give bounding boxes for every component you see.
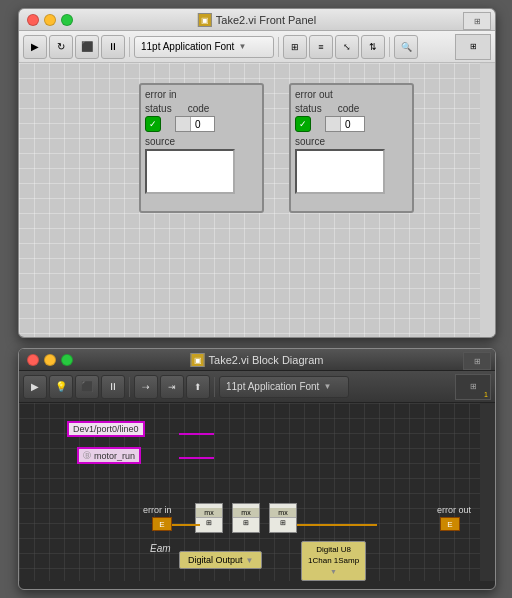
find-button[interactable]: 🔍 [394, 35, 418, 59]
error-out-code-ctrl: 0 [325, 116, 365, 132]
error-out-controls-row: ✓ 0 [295, 116, 408, 132]
toolbar-separator-3 [389, 37, 390, 57]
fp-content: error in status code ✓ 0 source error ou… [19, 63, 495, 338]
bd-highlight-button[interactable]: 💡 [49, 375, 73, 399]
wire-bool-h [179, 457, 214, 459]
error-in-code-ctrl[interactable]: 0 [175, 116, 215, 132]
bool-control-node[interactable]: Ⓑ motor_run [77, 447, 141, 464]
fp-scrollbar[interactable] [480, 63, 495, 338]
mx-node-3[interactable]: mx ⊞ [269, 503, 297, 533]
run-continuous-button[interactable]: ↻ [49, 35, 73, 59]
reorder-button[interactable]: ⇅ [361, 35, 385, 59]
minimize-button[interactable] [44, 14, 56, 26]
mx-header-3: mx [270, 508, 296, 518]
error-in-status-row: status code [145, 103, 258, 114]
error-out-status-row: status code [295, 103, 408, 114]
error-in-code-label: code [188, 103, 210, 114]
front-panel-window: ▣ Take2.vi Front Panel ⊞ ▶ ↻ ⬛ ⏸ 11pt Ap… [18, 8, 496, 338]
vi-icon: ▣ [198, 13, 212, 27]
eam-label: Eam [150, 543, 171, 554]
digital-u8-node[interactable]: Digital U8 1Chan 1Samp ▼ [301, 541, 366, 581]
bd-traffic-lights [27, 354, 73, 366]
digital-output-node[interactable]: Digital Output ▼ [179, 551, 262, 569]
error-out-cluster: error out status code ✓ 0 source [289, 83, 414, 213]
app-icon-toolbar: ⊞ [455, 34, 491, 60]
error-in-source-label: source [145, 136, 258, 147]
fp-toolbar: ▶ ↻ ⬛ ⏸ 11pt Application Font ▼ ⊞ ≡ ⤡ ⇅ … [19, 31, 495, 63]
digital-u8-dropdown: ▼ [330, 568, 337, 575]
error-out-terminal: E [440, 517, 460, 531]
bd-step-over-button[interactable]: ⇥ [160, 375, 184, 399]
distribute-button[interactable]: ≡ [309, 35, 333, 59]
error-out-source-ctrl [295, 149, 385, 194]
error-in-source-wrapper: source [145, 136, 258, 194]
close-button[interactable] [27, 14, 39, 26]
bd-step-out-button[interactable]: ⬆ [186, 375, 210, 399]
error-out-source-label: source [295, 136, 408, 147]
error-in-controls-row: ✓ 0 [145, 116, 258, 132]
resize-button[interactable]: ⤡ [335, 35, 359, 59]
toolbar-separator-1 [129, 37, 130, 57]
error-out-bd-label: error out [437, 505, 471, 515]
error-in-status-label: status [145, 103, 172, 114]
toolbar-separator-2 [278, 37, 279, 57]
bd-vi-icon: ▣ [191, 353, 205, 367]
bd-title: ▣ Take2.vi Block Diagram [191, 353, 324, 367]
bd-abort-button[interactable]: ⬛ [75, 375, 99, 399]
wire-error-out-h [297, 524, 377, 526]
bd-minimize-button[interactable] [44, 354, 56, 366]
bool-icon: Ⓑ [83, 450, 91, 461]
error-out-status-label: status [295, 103, 322, 114]
bd-sep-2 [214, 377, 215, 397]
traffic-lights [27, 14, 73, 26]
error-in-bd-label: error in [143, 505, 172, 515]
front-panel-title: ▣ Take2.vi Front Panel [198, 13, 316, 27]
bd-close-button[interactable] [27, 354, 39, 366]
error-in-status-led[interactable]: ✓ [145, 116, 161, 132]
bd-content: Dev1/port0/line0 Ⓑ motor_run error in E … [19, 403, 495, 581]
wire-string-h [179, 433, 214, 435]
digital-output-dropdown: ▼ [246, 556, 254, 565]
mx-body-3: ⊞ [279, 518, 287, 528]
font-selector[interactable]: 11pt Application Font ▼ [134, 36, 274, 58]
bd-scrollbar[interactable] [480, 403, 495, 581]
maximize-button[interactable] [61, 14, 73, 26]
bd-app-icon: ⊞ 1 [455, 374, 491, 400]
abort-button[interactable]: ⬛ [75, 35, 99, 59]
bd-font-dropdown-arrow: ▼ [323, 382, 331, 391]
error-out-source-wrapper: source [295, 136, 408, 194]
bd-font-selector[interactable]: 11pt Application Font ▼ [219, 376, 349, 398]
block-diagram-window: ▣ Take2.vi Block Diagram ⊞ ▶ 💡 ⬛ ⏸ ⇢ ⇥ ⬆… [18, 348, 496, 590]
error-out-code-ctrl-wrapper: 0 [325, 116, 365, 132]
bd-sep-1 [129, 377, 130, 397]
bd-icon-badge: 1 [484, 391, 488, 398]
bd-maximize-button[interactable] [61, 354, 73, 366]
string-control-node[interactable]: Dev1/port0/line0 [67, 421, 145, 437]
mx-header-1: mx [196, 508, 222, 518]
error-out-code-label: code [338, 103, 360, 114]
bd-step-into-button[interactable]: ⇢ [134, 375, 158, 399]
bd-run-button[interactable]: ▶ [23, 375, 47, 399]
font-dropdown-arrow: ▼ [238, 42, 246, 51]
error-in-source-ctrl[interactable] [145, 149, 235, 194]
error-out-status-led: ✓ [295, 116, 311, 132]
error-in-terminal[interactable]: E [152, 517, 172, 531]
mx-body-2: ⊞ [242, 518, 250, 528]
bd-toolbar: ▶ 💡 ⬛ ⏸ ⇢ ⇥ ⬆ 11pt Application Font ▼ ⊞ … [19, 371, 495, 403]
app-icon-bd: ⊞ [463, 352, 491, 370]
bd-titlebar: ▣ Take2.vi Block Diagram ⊞ [19, 349, 495, 371]
mx-body-1: ⊞ [205, 518, 213, 528]
error-out-title: error out [295, 89, 408, 100]
error-in-code-ctrl-wrapper: 0 [175, 116, 215, 132]
align-button[interactable]: ⊞ [283, 35, 307, 59]
run-button[interactable]: ▶ [23, 35, 47, 59]
pause-button[interactable]: ⏸ [101, 35, 125, 59]
mx-header-2: mx [233, 508, 259, 518]
mx-node-2[interactable]: mx ⊞ [232, 503, 260, 533]
error-in-title: error in [145, 89, 258, 100]
error-in-cluster: error in status code ✓ 0 source [139, 83, 264, 213]
mx-node-1[interactable]: mx ⊞ [195, 503, 223, 533]
front-panel-titlebar: ▣ Take2.vi Front Panel ⊞ [19, 9, 495, 31]
wire-error-in-h [172, 524, 200, 526]
bd-pause-button[interactable]: ⏸ [101, 375, 125, 399]
